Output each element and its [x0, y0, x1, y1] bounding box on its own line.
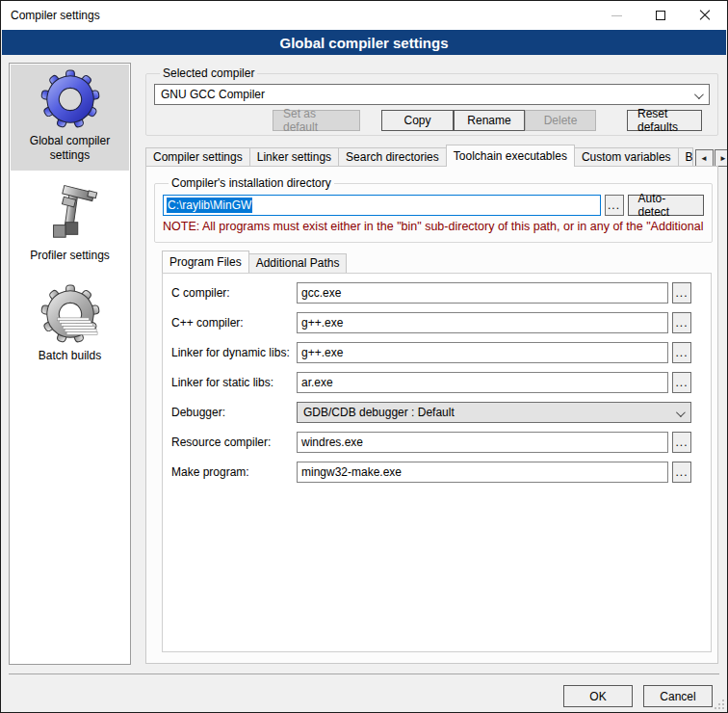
make-program-row: Make program: ... [171, 462, 691, 483]
resource-compiler-browse-button[interactable]: ... [672, 432, 691, 453]
close-button[interactable] [683, 1, 727, 30]
selected-compiler-group: Selected compiler GNU GCC Compiler Set a… [145, 66, 718, 136]
debugger-value: GDB/CDB debugger : Default [303, 406, 455, 419]
sidebar-item-global-compiler-settings[interactable]: Global compiler settings [11, 65, 129, 171]
dynamic-linker-input[interactable] [297, 342, 668, 363]
installation-directory-legend: Compiler's installation directory [169, 176, 334, 190]
maximize-button[interactable] [638, 1, 683, 30]
sidebar-item-label: Global compiler settings [13, 134, 127, 163]
installation-directory-value: C:\raylib\MinGW [167, 198, 252, 213]
static-linker-browse-button[interactable]: ... [672, 372, 691, 393]
selected-compiler-value: GNU GCC Compiler [161, 88, 265, 101]
minimize-button[interactable] [594, 1, 638, 30]
tab-toolchain-executables[interactable]: Toolchain executables [446, 145, 575, 167]
sidebar-item-batch-builds[interactable]: Batch builds [11, 279, 129, 371]
footer-separator [9, 673, 719, 674]
settings-category-list: Global compiler settings Profiler settin… [9, 63, 131, 665]
dynamic-linker-row: Linker for dynamic libs: ... [171, 342, 691, 363]
installation-directory-group: Compiler's installation directory C:\ray… [154, 176, 713, 243]
installation-directory-input[interactable]: C:\raylib\MinGW [163, 195, 601, 216]
gray-gear-stack-icon [40, 284, 100, 344]
static-linker-input[interactable] [297, 372, 668, 393]
set-as-default-button[interactable]: Set as default [273, 110, 360, 131]
c-compiler-label: C compiler: [171, 286, 297, 300]
ok-button[interactable]: OK [563, 685, 633, 707]
chevron-down-icon [694, 90, 704, 99]
scroll-left-icon: ◄ [700, 154, 708, 163]
auto-detect-button[interactable]: Auto-detect [628, 195, 704, 216]
c-compiler-browse-button[interactable]: ... [672, 282, 691, 304]
reset-defaults-button[interactable]: Reset defaults [627, 110, 702, 131]
debugger-row: Debugger: GDB/CDB debugger : Default [171, 402, 691, 423]
cpp-compiler-label: C++ compiler: [171, 316, 297, 330]
tab-additional-paths[interactable]: Additional Paths [248, 253, 348, 273]
debugger-combobox[interactable]: GDB/CDB debugger : Default [297, 402, 691, 423]
dialog-content: Global compiler settings Profiler settin… [1, 55, 727, 712]
sidebar-item-profiler-settings[interactable]: Profiler settings [11, 179, 129, 271]
c-compiler-row: C compiler: ... [171, 282, 691, 304]
tab-custom-variables[interactable]: Custom variables [574, 147, 679, 167]
settings-tab-strip: Compiler settings Linker settings Search… [145, 145, 718, 167]
banner-title: Global compiler settings [279, 35, 448, 51]
minimize-icon [611, 15, 622, 16]
close-icon [699, 10, 711, 21]
tab-build-options-clipped[interactable]: Build options [678, 147, 693, 167]
make-program-browse-button[interactable]: ... [672, 462, 691, 483]
tab-search-directories[interactable]: Search directories [338, 147, 447, 167]
copy-button[interactable]: Copy [381, 110, 454, 131]
bin-subdirectory-note: NOTE: All programs must exist either in … [163, 220, 704, 233]
sidebar-item-label: Batch builds [13, 349, 127, 363]
make-program-input[interactable] [297, 462, 668, 483]
make-program-label: Make program: [171, 465, 297, 479]
program-files-panel: C compiler: ... C++ compiler: ... Linker… [162, 273, 712, 652]
toolchain-executables-panel: Compiler's installation directory C:\ray… [145, 166, 718, 664]
window-title: Compiler settings [11, 9, 100, 22]
browse-directory-button[interactable]: ... [605, 195, 624, 216]
compiler-settings-dialog: Compiler settings Global compiler settin… [0, 0, 728, 713]
dialog-banner: Global compiler settings [2, 30, 726, 55]
tab-scroll-right-button[interactable]: ► [715, 149, 728, 167]
resource-compiler-row: Resource compiler: ... [171, 432, 691, 453]
blue-gear-icon [40, 69, 100, 129]
selected-compiler-legend: Selected compiler [160, 66, 257, 80]
selected-compiler-combobox[interactable]: GNU GCC Compiler [154, 84, 710, 105]
resource-compiler-input[interactable] [297, 432, 668, 453]
debugger-label: Debugger: [171, 406, 297, 419]
chevron-down-icon [676, 408, 686, 417]
static-linker-label: Linker for static libs: [171, 376, 297, 389]
cpp-compiler-browse-button[interactable]: ... [672, 312, 691, 333]
rename-button[interactable]: Rename [454, 110, 525, 131]
tab-compiler-settings[interactable]: Compiler settings [145, 147, 250, 167]
delete-button[interactable]: Delete [525, 110, 596, 131]
c-compiler-input[interactable] [297, 282, 668, 304]
cpp-compiler-row: C++ compiler: ... [171, 312, 691, 333]
cancel-button[interactable]: Cancel [643, 685, 713, 707]
scroll-right-icon: ► [719, 154, 727, 163]
tab-linker-settings[interactable]: Linker settings [249, 147, 339, 167]
static-linker-row: Linker for static libs: ... [171, 372, 691, 393]
sidebar-item-label: Profiler settings [13, 249, 127, 263]
maximize-icon [656, 11, 665, 20]
title-bar: Compiler settings [1, 1, 727, 30]
resource-compiler-label: Resource compiler: [171, 436, 297, 449]
program-files-tab-strip: Program Files Additional Paths [162, 251, 346, 273]
cpp-compiler-input[interactable] [297, 312, 668, 333]
caliper-icon [40, 184, 100, 244]
dynamic-linker-browse-button[interactable]: ... [672, 342, 691, 363]
resize-grip[interactable] [715, 700, 724, 709]
tab-program-files[interactable]: Program Files [162, 251, 249, 273]
dynamic-linker-label: Linker for dynamic libs: [171, 346, 297, 359]
tab-scroll-left-button[interactable]: ◄ [695, 149, 714, 167]
